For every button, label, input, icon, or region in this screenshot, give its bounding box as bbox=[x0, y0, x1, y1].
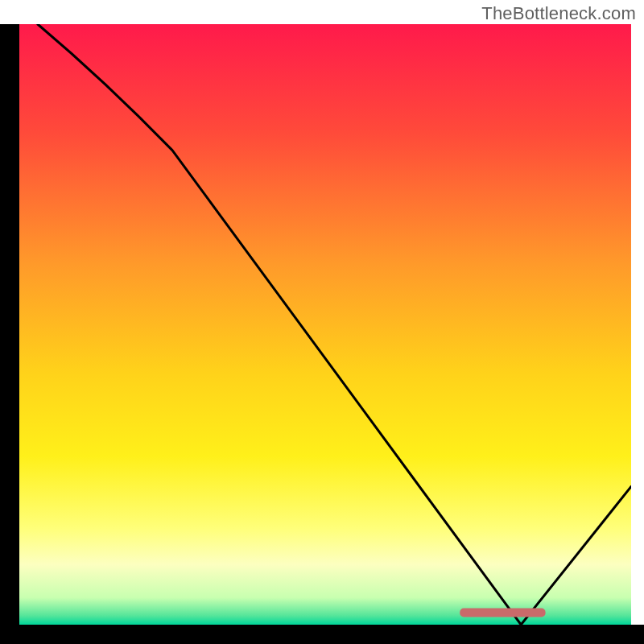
attribution-label: TheBottleneck.com bbox=[481, 3, 636, 24]
gradient-background bbox=[19, 24, 631, 625]
chart-stage: TheBottleneck.com bbox=[0, 0, 644, 644]
bottleneck-chart bbox=[0, 0, 644, 644]
optimal-band-marker bbox=[460, 609, 545, 617]
